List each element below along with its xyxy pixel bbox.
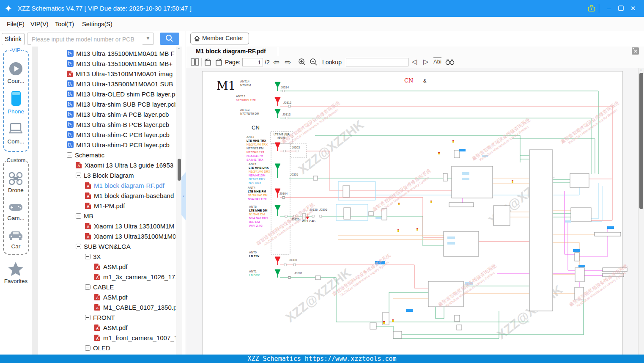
tree-item[interactable]: AM1_CABLE_0107_1350.pdf: [94, 302, 175, 312]
sidebar-item-phone[interactable]: Phone: [0, 108, 32, 115]
custom-group-label: Custom: [6, 157, 27, 163]
tree-item[interactable]: AM1 block diagram-RF.pdf: [85, 180, 164, 190]
collapse-icon[interactable]: [85, 254, 90, 259]
menu-tool[interactable]: Tool(T): [52, 17, 77, 31]
tree-item[interactable]: MI13 Ultra-shim-A PCB layer.pcb: [67, 109, 169, 119]
tree-group[interactable]: Schematic: [67, 150, 104, 160]
member-center-button[interactable]: Member Center: [190, 33, 249, 44]
viewer-scrollbar-thumb[interactable]: [639, 73, 643, 209]
connector-j0314: J0314: [281, 86, 289, 89]
ant13-labels: ANT13N77/78/79 DM: [240, 108, 259, 116]
shrink-button[interactable]: Shrink: [2, 33, 25, 45]
collapse-icon[interactable]: [67, 152, 72, 158]
chevron-down-icon[interactable]: ▼: [145, 35, 151, 41]
tree-item[interactable]: AXiaomi 13 Ultra135100M1M0: [85, 231, 175, 241]
tree-item[interactable]: AASM.pdf: [94, 322, 128, 333]
tree-item[interactable]: Am1_front_camera_1007_18: [94, 333, 175, 343]
favorites-star-icon[interactable]: [8, 261, 24, 278]
menu-settings[interactable]: Settings(S): [79, 17, 115, 31]
computer-icon[interactable]: [8, 123, 23, 136]
menu-vip[interactable]: VIP(V): [28, 17, 51, 31]
tree-group[interactable]: CABLE: [85, 282, 114, 292]
tree-item[interactable]: Am1_3x_camera_1026_1729: [94, 272, 175, 282]
tree-scrollbar[interactable]: ⌃: [176, 47, 182, 355]
prev-page-icon[interactable]: ⇦: [273, 58, 280, 67]
zoom-out-icon[interactable]: [309, 58, 318, 67]
tree-group[interactable]: OLED: [85, 343, 110, 353]
binoculars-icon[interactable]: [445, 58, 455, 67]
viewer-scrollbar[interactable]: ⌃: [638, 68, 644, 355]
maximize-button[interactable]: [616, 4, 626, 13]
connector-j0303: J0303: [292, 146, 300, 149]
course-icon[interactable]: [9, 62, 23, 77]
search-button[interactable]: [160, 33, 179, 45]
tree-group[interactable]: SUB WCN&LGA: [76, 241, 131, 251]
rotate-cw-icon[interactable]: [215, 58, 223, 67]
minimize-button[interactable]: –: [604, 4, 614, 13]
svg-text:A: A: [96, 275, 99, 280]
sidebar-item-favorites[interactable]: Favorites: [0, 278, 32, 284]
tree-item-label: Schematic: [75, 151, 104, 159]
tree-item[interactable]: MI13 Ultra-135B00M1M0A01 SUB: [67, 79, 173, 89]
sidebar-item-games[interactable]: Gam...: [0, 215, 32, 221]
match-case-icon[interactable]: Abi: [433, 58, 441, 67]
tree-item[interactable]: AM1 block diagram-baseband: [85, 190, 174, 201]
tree-item[interactable]: MI13 Ultra-135100M1M0A01 MB+: [67, 58, 173, 69]
title-bar[interactable]: ✦ XZZ Schematics V4.77 [ VIP Due date: 2…: [0, 0, 644, 17]
page-label: Page:: [225, 58, 241, 67]
tree-group[interactable]: L3 Block Diagram: [76, 170, 134, 180]
tab-m1-block-diagram[interactable]: M1 block diagram-RF.pdf: [196, 48, 266, 55]
two-page-view-icon[interactable]: [190, 58, 200, 67]
tree-group[interactable]: 3X: [85, 251, 101, 261]
drone-icon[interactable]: [8, 172, 23, 187]
sidebar-item-computer[interactable]: Com...: [0, 138, 32, 145]
svg-text:A: A: [96, 336, 99, 341]
next-page-icon[interactable]: ⇨: [285, 58, 291, 67]
rotate-ccw-icon[interactable]: [204, 58, 212, 67]
phone-icon[interactable]: [11, 91, 21, 108]
tree-item[interactable]: AASM.pdf: [94, 261, 128, 272]
prev-result-icon[interactable]: ◁: [412, 58, 417, 67]
menu-file[interactable]: File(F): [4, 17, 27, 31]
collapse-icon[interactable]: [76, 244, 81, 249]
tree-item[interactable]: MI13 Ultra-OLED shim PCB layer.pc: [67, 89, 175, 99]
tree-item[interactable]: MI13 Ultra-shim-B PCB layer.pcb: [67, 119, 169, 129]
license-briefcase-icon[interactable]: [587, 4, 596, 15]
cn-label: CN: [252, 124, 260, 131]
page-number-input[interactable]: [242, 58, 263, 66]
zoom-in-icon[interactable]: [298, 58, 307, 67]
collapse-panel-handle[interactable]: ‹: [181, 172, 186, 220]
tree-scrollbar-thumb[interactable]: [178, 159, 181, 181]
ant5-labels: ANT5LTE MHB DRXN1/3/41/40 DRXNSA N41DMN7…: [249, 162, 270, 185]
model-search-input[interactable]: [31, 33, 143, 45]
close-button[interactable]: ✕: [628, 4, 638, 13]
tab-separator: [278, 47, 278, 56]
collapse-icon[interactable]: [85, 284, 90, 290]
tree-item[interactable]: MI13 Ultra-shim-C PCB layer.pcb: [67, 129, 170, 140]
tree-item[interactable]: AASM.pdf: [94, 292, 128, 302]
next-result-icon[interactable]: ▷: [423, 58, 428, 67]
collapse-icon[interactable]: [76, 213, 81, 219]
sidebar-item-drone[interactable]: Drone: [0, 187, 32, 193]
sidebar-item-course[interactable]: Cour...: [0, 78, 32, 84]
tree-group[interactable]: FRONT: [85, 312, 115, 322]
collapse-icon[interactable]: [76, 173, 81, 178]
schematic-canvas[interactable]: XZZ@XZZHKXZZ@XZZHKXZZ@XZZHKXZZ@XZZHK: [186, 68, 638, 355]
menu-bar: File(F) VIP(V) Tool(T) Settings(S): [0, 17, 644, 32]
tree-item[interactable]: MI13 Ultra-shim-D PCB layer.pcb: [67, 140, 170, 150]
tree-item[interactable]: AM1-PM.pdf: [85, 201, 125, 211]
collapse-icon[interactable]: [85, 345, 90, 351]
tree-group[interactable]: MB: [76, 211, 93, 221]
lookup-input[interactable]: [346, 58, 408, 66]
sidebar-item-car[interactable]: Car: [0, 243, 32, 250]
tree-item[interactable]: MI13 Ultra-135100M1M0A01 MB F: [67, 48, 175, 58]
tree-item[interactable]: AMI13 Ultra-135100M1M0A01 imag: [67, 69, 173, 79]
tree-item[interactable]: MI13 Ultra-shim SUB PCB layer.pcb: [67, 99, 175, 109]
tree-item[interactable]: AXiaomi 13 Ultra 135100M1M: [85, 221, 174, 231]
tree-item[interactable]: AXiaomi 13 Ultra L3 guide 16953: [76, 160, 173, 170]
scroll-up-icon[interactable]: ⌃: [177, 47, 181, 52]
collapse-icon[interactable]: [85, 315, 90, 320]
gamepad-icon[interactable]: [8, 203, 23, 213]
car-icon[interactable]: [8, 230, 23, 242]
close-tab-icon[interactable]: [632, 47, 639, 55]
